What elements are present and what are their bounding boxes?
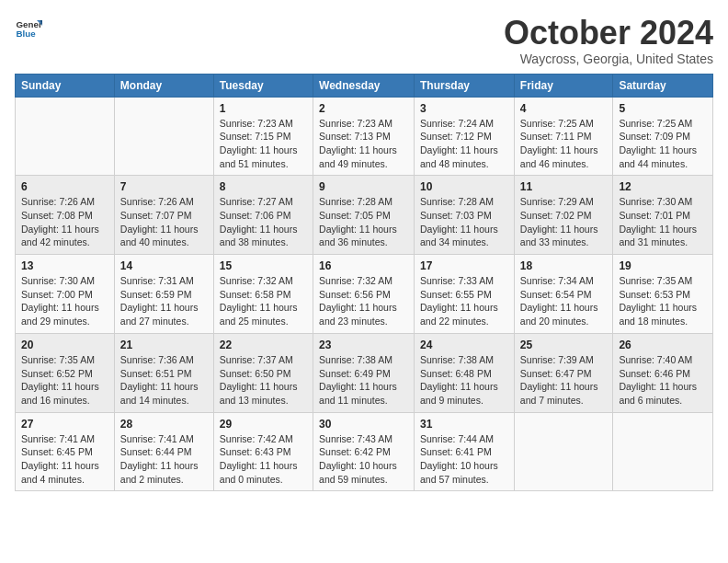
calendar-cell: 19Sunrise: 7:35 AM Sunset: 6:53 PM Dayli…: [613, 255, 713, 334]
svg-text:Blue: Blue: [17, 29, 37, 39]
day-number: 25: [520, 339, 608, 351]
calendar-cell: 30Sunrise: 7:43 AM Sunset: 6:42 PM Dayli…: [313, 412, 415, 491]
calendar-week: 1Sunrise: 7:23 AM Sunset: 7:15 PM Daylig…: [16, 97, 713, 176]
calendar-cell: 2Sunrise: 7:23 AM Sunset: 7:13 PM Daylig…: [313, 97, 415, 176]
day-number: 7: [120, 180, 208, 193]
day-info: Sunrise: 7:35 AM Sunset: 6:52 PM Dayligh…: [21, 353, 108, 408]
day-number: 1: [220, 102, 307, 115]
day-number: 16: [319, 259, 408, 272]
calendar-cell: 29Sunrise: 7:42 AM Sunset: 6:43 PM Dayli…: [213, 412, 313, 491]
day-info: Sunrise: 7:24 AM Sunset: 7:12 PM Dayligh…: [420, 117, 508, 171]
day-number: 30: [319, 418, 408, 431]
day-info: Sunrise: 7:36 AM Sunset: 6:51 PM Dayligh…: [120, 353, 208, 408]
calendar-cell: 6Sunrise: 7:26 AM Sunset: 7:08 PM Daylig…: [16, 176, 115, 255]
day-number: 18: [520, 259, 608, 272]
day-info: Sunrise: 7:38 AM Sunset: 6:49 PM Dayligh…: [319, 353, 408, 408]
day-info: Sunrise: 7:26 AM Sunset: 7:08 PM Dayligh…: [21, 195, 108, 249]
day-info: Sunrise: 7:25 AM Sunset: 7:09 PM Dayligh…: [619, 117, 707, 171]
calendar-cell: 28Sunrise: 7:41 AM Sunset: 6:44 PM Dayli…: [114, 412, 213, 491]
day-number: 24: [420, 339, 508, 351]
day-number: 4: [520, 102, 608, 115]
calendar-week: 20Sunrise: 7:35 AM Sunset: 6:52 PM Dayli…: [16, 333, 713, 412]
day-info: Sunrise: 7:28 AM Sunset: 7:05 PM Dayligh…: [319, 195, 408, 249]
day-info: Sunrise: 7:26 AM Sunset: 7:07 PM Dayligh…: [120, 195, 208, 249]
day-number: 31: [420, 418, 508, 431]
day-number: 17: [420, 259, 508, 272]
day-number: 9: [319, 180, 408, 193]
page-header: General Blue October 2024 Waycross, Geor…: [15, 15, 713, 66]
day-info: Sunrise: 7:31 AM Sunset: 6:59 PM Dayligh…: [120, 274, 208, 328]
calendar-cell: 14Sunrise: 7:31 AM Sunset: 6:59 PM Dayli…: [114, 255, 213, 334]
day-number: 2: [319, 102, 408, 115]
day-number: 21: [120, 339, 208, 351]
day-number: 10: [420, 180, 508, 193]
calendar-cell: 8Sunrise: 7:27 AM Sunset: 7:06 PM Daylig…: [213, 176, 313, 255]
calendar-cell: 5Sunrise: 7:25 AM Sunset: 7:09 PM Daylig…: [613, 97, 713, 176]
weekday-header: Friday: [514, 74, 613, 97]
calendar-cell: 17Sunrise: 7:33 AM Sunset: 6:55 PM Dayli…: [415, 255, 515, 334]
day-info: Sunrise: 7:42 AM Sunset: 6:43 PM Dayligh…: [220, 432, 307, 487]
location: Waycross, Georgia, United States: [504, 52, 713, 66]
calendar-cell: 7Sunrise: 7:26 AM Sunset: 7:07 PM Daylig…: [114, 176, 213, 255]
day-info: Sunrise: 7:37 AM Sunset: 6:50 PM Dayligh…: [220, 353, 307, 408]
calendar-cell: 24Sunrise: 7:38 AM Sunset: 6:48 PM Dayli…: [415, 333, 515, 412]
day-info: Sunrise: 7:32 AM Sunset: 6:56 PM Dayligh…: [319, 274, 408, 328]
calendar-cell: 21Sunrise: 7:36 AM Sunset: 6:51 PM Dayli…: [114, 333, 213, 412]
calendar-cell: 26Sunrise: 7:40 AM Sunset: 6:46 PM Dayli…: [613, 333, 713, 412]
month-title: October 2024: [504, 15, 713, 52]
calendar-cell: [514, 412, 613, 491]
day-info: Sunrise: 7:23 AM Sunset: 7:13 PM Dayligh…: [319, 117, 408, 171]
day-number: 15: [220, 259, 307, 272]
calendar-cell: 9Sunrise: 7:28 AM Sunset: 7:05 PM Daylig…: [313, 176, 415, 255]
weekday-header: Wednesday: [313, 74, 415, 97]
calendar-cell: [114, 97, 213, 176]
day-info: Sunrise: 7:38 AM Sunset: 6:48 PM Dayligh…: [420, 353, 508, 408]
day-number: 26: [619, 339, 707, 351]
day-info: Sunrise: 7:34 AM Sunset: 6:54 PM Dayligh…: [520, 274, 608, 328]
day-number: 14: [120, 259, 208, 272]
logo: General Blue: [15, 15, 42, 42]
day-info: Sunrise: 7:23 AM Sunset: 7:15 PM Dayligh…: [220, 117, 307, 171]
calendar-cell: 1Sunrise: 7:23 AM Sunset: 7:15 PM Daylig…: [213, 97, 313, 176]
day-number: 5: [619, 102, 707, 115]
calendar-cell: 31Sunrise: 7:44 AM Sunset: 6:41 PM Dayli…: [415, 412, 515, 491]
day-number: 27: [21, 418, 108, 431]
calendar-cell: 23Sunrise: 7:38 AM Sunset: 6:49 PM Dayli…: [313, 333, 415, 412]
calendar-cell: 11Sunrise: 7:29 AM Sunset: 7:02 PM Dayli…: [514, 176, 613, 255]
calendar-cell: 18Sunrise: 7:34 AM Sunset: 6:54 PM Dayli…: [514, 255, 613, 334]
day-info: Sunrise: 7:44 AM Sunset: 6:41 PM Dayligh…: [420, 432, 508, 487]
calendar-cell: 13Sunrise: 7:30 AM Sunset: 7:00 PM Dayli…: [16, 255, 115, 334]
calendar-cell: [613, 412, 713, 491]
calendar-cell: 22Sunrise: 7:37 AM Sunset: 6:50 PM Dayli…: [213, 333, 313, 412]
day-info: Sunrise: 7:39 AM Sunset: 6:47 PM Dayligh…: [520, 353, 608, 408]
day-info: Sunrise: 7:40 AM Sunset: 6:46 PM Dayligh…: [619, 353, 707, 408]
weekday-header: Thursday: [415, 74, 515, 97]
title-block: October 2024 Waycross, Georgia, United S…: [504, 15, 713, 66]
calendar-cell: 4Sunrise: 7:25 AM Sunset: 7:11 PM Daylig…: [514, 97, 613, 176]
day-info: Sunrise: 7:30 AM Sunset: 7:01 PM Dayligh…: [619, 195, 707, 249]
day-number: 23: [319, 339, 408, 351]
day-info: Sunrise: 7:32 AM Sunset: 6:58 PM Dayligh…: [220, 274, 307, 328]
day-info: Sunrise: 7:41 AM Sunset: 6:44 PM Dayligh…: [120, 432, 208, 487]
calendar-cell: 12Sunrise: 7:30 AM Sunset: 7:01 PM Dayli…: [613, 176, 713, 255]
day-number: 6: [21, 180, 108, 193]
day-info: Sunrise: 7:35 AM Sunset: 6:53 PM Dayligh…: [619, 274, 707, 328]
day-info: Sunrise: 7:27 AM Sunset: 7:06 PM Dayligh…: [220, 195, 307, 249]
calendar-cell: [16, 97, 115, 176]
day-info: Sunrise: 7:41 AM Sunset: 6:45 PM Dayligh…: [21, 432, 108, 487]
calendar-week: 27Sunrise: 7:41 AM Sunset: 6:45 PM Dayli…: [16, 412, 713, 491]
calendar-cell: 25Sunrise: 7:39 AM Sunset: 6:47 PM Dayli…: [514, 333, 613, 412]
day-info: Sunrise: 7:28 AM Sunset: 7:03 PM Dayligh…: [420, 195, 508, 249]
day-info: Sunrise: 7:33 AM Sunset: 6:55 PM Dayligh…: [420, 274, 508, 328]
calendar-cell: 10Sunrise: 7:28 AM Sunset: 7:03 PM Dayli…: [415, 176, 515, 255]
calendar-week: 6Sunrise: 7:26 AM Sunset: 7:08 PM Daylig…: [16, 176, 713, 255]
weekday-header: Monday: [114, 74, 213, 97]
calendar-cell: 16Sunrise: 7:32 AM Sunset: 6:56 PM Dayli…: [313, 255, 415, 334]
weekday-header: Saturday: [613, 74, 713, 97]
day-info: Sunrise: 7:29 AM Sunset: 7:02 PM Dayligh…: [520, 195, 608, 249]
day-number: 3: [420, 102, 508, 115]
calendar-cell: 20Sunrise: 7:35 AM Sunset: 6:52 PM Dayli…: [16, 333, 115, 412]
day-number: 13: [21, 259, 108, 272]
day-number: 29: [220, 418, 307, 431]
day-info: Sunrise: 7:25 AM Sunset: 7:11 PM Dayligh…: [520, 117, 608, 171]
